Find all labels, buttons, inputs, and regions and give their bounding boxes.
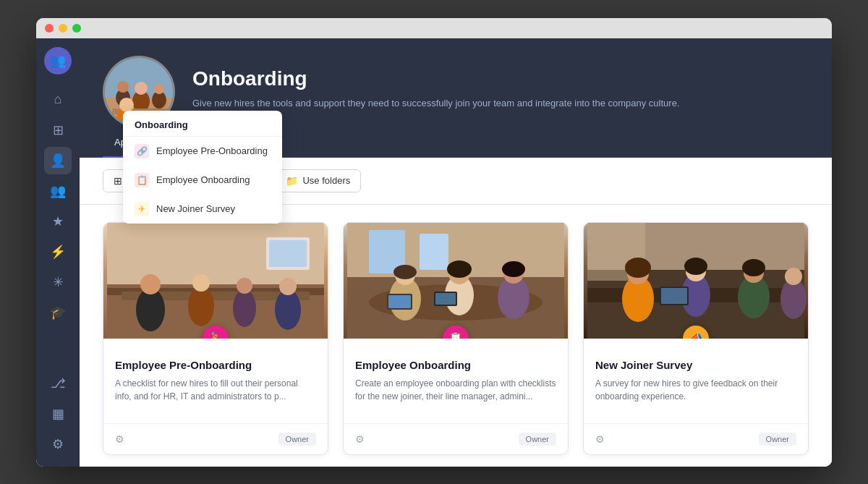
card-desc-survey: A survey for new hires to give feedback …	[595, 377, 796, 412]
svg-point-24	[279, 278, 297, 295]
svg-point-40	[447, 260, 472, 278]
svg-point-22	[237, 278, 252, 294]
bolt-icon: ⚡	[50, 244, 66, 260]
card-footer-pre-onboarding: ⚙ Owner	[103, 423, 328, 454]
sidebar-logo[interactable]: 👥	[44, 47, 72, 75]
sidebar-item-star[interactable]: ★	[44, 208, 72, 235]
svg-point-19	[188, 286, 214, 326]
svg-rect-37	[388, 295, 411, 308]
pre-onboarding-fab-icon: 🚴	[208, 331, 223, 339]
home-icon: ⌂	[54, 92, 62, 107]
sidebar-item-user-admin[interactable]: 👤	[44, 147, 72, 174]
hierarchy-icon: ⎇	[51, 375, 66, 391]
table-icon: ▦	[52, 406, 64, 422]
card-photo-1	[103, 223, 328, 339]
svg-point-4	[117, 81, 129, 93]
sidebar-item-graduation[interactable]: 🎓	[44, 299, 72, 326]
onboarding-menu-icon: 📋	[135, 173, 149, 187]
titlebar	[36, 18, 832, 38]
photo-svg-1	[103, 223, 328, 339]
folder-icon: 📁	[286, 175, 298, 187]
logo-icon: 👥	[50, 53, 66, 69]
card-body-pre-onboarding: Employee Pre-Onboarding A checklist for …	[103, 339, 328, 423]
maximize-button[interactable]	[72, 24, 81, 33]
card-owner-onboarding: Owner	[519, 433, 556, 446]
svg-point-21	[233, 289, 256, 327]
dropdown-item-onboarding-label: Employee Onboarding	[156, 174, 250, 185]
dropdown-item-survey[interactable]: ✈ New Joiner Survey	[123, 195, 282, 224]
svg-rect-45	[435, 293, 456, 305]
svg-point-35	[393, 265, 417, 279]
card-footer-onboarding: ⚙ Owner	[344, 423, 568, 454]
close-button[interactable]	[45, 24, 54, 33]
card-footer-survey: ⚙ Owner	[584, 423, 808, 454]
settings-icon: ⚙	[52, 436, 64, 452]
sidebar-item-table[interactable]: ▦	[44, 400, 72, 428]
dropdown-header: Onboarding	[123, 111, 282, 137]
svg-rect-26	[269, 240, 307, 267]
card-owner-pre-onboarding: Owner	[278, 433, 316, 446]
cards-grid: 🚴 Employee Pre-Onboarding A checklist fo…	[103, 222, 809, 455]
asterisk-icon: ✳	[53, 274, 64, 290]
card-gear-survey[interactable]: ⚙	[595, 433, 605, 445]
sidebar-item-asterisk[interactable]: ✳	[44, 268, 72, 296]
page-title: Onboarding	[192, 67, 680, 90]
svg-rect-58	[661, 288, 687, 304]
photo-svg-2	[344, 223, 568, 339]
sidebar-item-bolt[interactable]: ⚡	[44, 238, 72, 266]
card-photo-3	[584, 223, 808, 339]
dropdown-item-onboarding[interactable]: 📋 Employee Onboarding	[123, 166, 282, 195]
sidebar-item-settings[interactable]: ⚙	[44, 430, 72, 458]
svg-point-6	[135, 82, 148, 95]
sidebar-item-hierarchy[interactable]: ⎇	[44, 370, 72, 397]
sidebar: 👥 ⌂ ⊞ 👤 👥 ★ ⚡ ✳ 🎓	[36, 38, 80, 467]
svg-point-8	[154, 84, 164, 94]
dropdown-item-pre-onboarding-label: Employee Pre-Onboarding	[156, 145, 268, 156]
card-body-survey: New Joiner Survey A survey for new hires…	[584, 339, 808, 423]
svg-point-63	[785, 268, 802, 285]
survey-menu-icon: ✈	[135, 202, 149, 216]
grid-icon: ⊞	[53, 122, 64, 138]
card-title-survey: New Joiner Survey	[595, 359, 796, 371]
page-description: Give new hires the tools and support the…	[192, 96, 680, 111]
app-window: 👥 ⌂ ⊞ 👤 👥 ★ ⚡ ✳ 🎓	[36, 18, 832, 467]
svg-point-20	[192, 274, 210, 292]
card-owner-survey: Owner	[759, 433, 796, 446]
card-title-onboarding: Employee Onboarding	[355, 359, 556, 371]
card-onboarding[interactable]: 📋 Employee Onboarding Create an employee…	[343, 222, 569, 455]
dropdown-item-survey-label: New Joiner Survey	[156, 203, 235, 214]
svg-point-18	[140, 274, 161, 294]
star-icon: ★	[52, 213, 64, 229]
header-info: Onboarding Give new hires the tools and …	[192, 56, 680, 111]
card-gear-pre-onboarding[interactable]: ⚙	[115, 433, 124, 445]
cards-area: 🚴 Employee Pre-Onboarding A checklist fo…	[80, 205, 832, 467]
card-body-onboarding: Employee Onboarding Create an employee o…	[344, 339, 568, 423]
dropdown-menu: Onboarding 🔗 Employee Pre-Onboarding 📋 E…	[123, 111, 282, 224]
svg-point-43	[502, 261, 525, 277]
published-apps-icon: ⊞	[114, 175, 122, 187]
card-survey[interactable]: 📣 New Joiner Survey A survey for new hir…	[583, 222, 809, 455]
onboarding-fab-icon: 📋	[448, 331, 463, 339]
card-image-onboarding: 📋	[344, 223, 568, 339]
card-gear-onboarding[interactable]: ⚙	[355, 433, 365, 445]
card-photo-2	[344, 223, 568, 339]
photo-svg-3	[584, 223, 808, 339]
sidebar-item-home[interactable]: ⌂	[44, 86, 72, 114]
card-image-pre-onboarding: 🚴	[103, 223, 328, 339]
card-title-pre-onboarding: Employee Pre-Onboarding	[115, 359, 316, 371]
dropdown-item-pre-onboarding[interactable]: 🔗 Employee Pre-Onboarding	[123, 137, 282, 166]
main-content: Onboarding Give new hires the tools and …	[80, 38, 832, 467]
svg-point-56	[684, 258, 707, 275]
use-folders-button[interactable]: 📁 Use folders	[275, 169, 361, 192]
user-admin-icon: 👤	[50, 153, 66, 169]
svg-point-53	[625, 258, 651, 278]
minimize-button[interactable]	[59, 24, 67, 33]
sidebar-item-grid[interactable]: ⊞	[44, 116, 72, 144]
app-body: 👥 ⌂ ⊞ 👤 👥 ★ ⚡ ✳ 🎓	[36, 38, 832, 467]
card-pre-onboarding[interactable]: 🚴 Employee Pre-Onboarding A checklist fo…	[103, 222, 328, 455]
sidebar-item-users[interactable]: 👥	[44, 177, 72, 205]
pre-onboarding-menu-icon: 🔗	[135, 144, 149, 158]
card-desc-onboarding: Create an employee onboarding plan with …	[355, 377, 556, 412]
svg-rect-31	[420, 234, 448, 270]
users-icon: 👥	[50, 183, 66, 199]
